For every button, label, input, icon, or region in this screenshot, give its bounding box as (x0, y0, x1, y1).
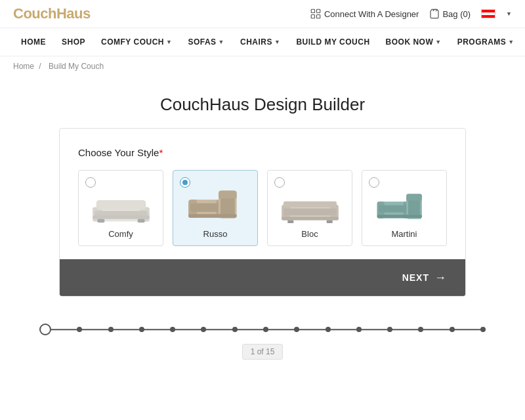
page-title: CouchHaus Design Builder (0, 76, 525, 128)
sofa-svg-martini (373, 191, 436, 224)
nav-item-chairs[interactable]: CHAIRS ▼ (232, 28, 288, 56)
chairs-chevron: ▼ (274, 39, 280, 45)
sofa-image-martini (371, 188, 437, 224)
label-bloc: Bloc (301, 229, 318, 239)
sofa-image-bloc (277, 188, 343, 224)
bag-label: Bag (0) (442, 9, 471, 19)
nav-item-programs[interactable]: PROGRAMS ▼ (450, 28, 522, 56)
progress-dot-15[interactable] (480, 327, 486, 332)
radio-bloc[interactable] (274, 177, 285, 188)
progress-dots (39, 324, 486, 335)
progress-dot-11[interactable] (356, 327, 362, 332)
svg-rect-0 (311, 9, 314, 12)
nav-item-book-now[interactable]: BOOK NOW ▼ (378, 28, 450, 56)
svg-rect-3 (316, 15, 320, 18)
connect-icon (310, 8, 322, 20)
builder-card: Choose Your Style* (59, 128, 466, 297)
svg-rect-10 (96, 200, 146, 209)
builder-body: Choose Your Style* (60, 129, 465, 259)
logo-haus: Haus (56, 5, 91, 22)
programs-chevron: ▼ (508, 39, 514, 45)
svg-rect-1 (316, 9, 320, 12)
progress-dot-3[interactable] (108, 327, 114, 332)
svg-rect-26 (284, 201, 337, 207)
progress-dot-2[interactable] (77, 327, 82, 332)
sofa-svg-russo (184, 188, 247, 224)
radio-russo[interactable] (180, 177, 190, 188)
progress-section: 1 of 15 (0, 297, 525, 373)
logo[interactable]: CouchHaus (13, 5, 91, 22)
breadcrumb: Home / Build My Couch (0, 56, 525, 76)
sofas-chevron: ▼ (219, 39, 224, 45)
label-comfy: Comfy (108, 229, 133, 239)
svg-rect-21 (188, 214, 236, 218)
nav-item-shop[interactable]: SHOP (54, 28, 93, 56)
progress-dot-14[interactable] (450, 327, 455, 332)
radio-comfy[interactable] (85, 177, 96, 188)
progress-dot-9[interactable] (294, 327, 299, 332)
svg-rect-12 (97, 219, 104, 222)
sofa-image-comfy (88, 188, 154, 224)
breadcrumb-separator: / (39, 62, 41, 71)
bag-icon (429, 9, 440, 19)
svg-rect-37 (377, 215, 421, 218)
book-now-chevron: ▼ (435, 39, 441, 45)
progress-dot-13[interactable] (418, 327, 423, 332)
progress-label: 1 of 15 (242, 344, 284, 360)
svg-rect-36 (408, 201, 419, 215)
sofa-image-russo (182, 188, 248, 224)
label-russo: Russo (203, 229, 228, 239)
nav-item-home[interactable]: HOME (13, 28, 54, 56)
style-option-bloc[interactable]: Bloc (267, 170, 352, 246)
style-option-russo[interactable]: Russo (173, 170, 258, 246)
comfy-couch-chevron: ▼ (166, 39, 172, 45)
svg-rect-20 (220, 199, 234, 216)
bag-button[interactable]: Bag (0) (429, 9, 471, 19)
svg-rect-35 (406, 194, 422, 201)
next-bar: NEXT → (60, 259, 465, 296)
header-top: CouchHaus Connect With A Designer Bag (0… (0, 0, 525, 28)
svg-rect-25 (284, 209, 337, 216)
progress-dot-10[interactable] (326, 327, 331, 332)
svg-rect-29 (326, 220, 332, 224)
progress-dot-8[interactable] (263, 327, 268, 332)
style-options: Comfy (78, 170, 447, 246)
svg-rect-27 (282, 217, 338, 220)
progress-dot-6[interactable] (201, 327, 206, 332)
next-arrow-icon: → (434, 271, 447, 285)
progress-dot-1[interactable] (39, 324, 51, 335)
progress-dot-5[interactable] (170, 327, 175, 332)
progress-dot-12[interactable] (387, 327, 392, 332)
svg-rect-2 (311, 15, 314, 18)
flag-dropdown-icon[interactable]: ▼ (506, 10, 512, 17)
nav-item-contact[interactable]: CONTACT (522, 28, 525, 56)
svg-rect-11 (93, 215, 149, 219)
svg-rect-19 (219, 191, 237, 200)
section-title: Choose Your Style* (78, 147, 447, 158)
logo-couch: Couch (13, 5, 56, 22)
nav-item-comfy-couch[interactable]: COMFY COUCH ▼ (93, 28, 180, 56)
nav-item-build-my-couch[interactable]: BUILD MY COUCH (288, 28, 377, 56)
main-nav: HOME SHOP COMFY COUCH ▼ SOFAS ▼ CHAIRS ▼… (0, 28, 525, 56)
svg-rect-33 (379, 205, 408, 213)
style-option-comfy[interactable]: Comfy (78, 170, 163, 246)
connect-designer-button[interactable]: Connect With A Designer (310, 8, 419, 20)
progress-dot-7[interactable] (232, 327, 238, 332)
progress-track (39, 323, 486, 336)
progress-dot-4[interactable] (139, 327, 144, 332)
svg-rect-13 (137, 219, 144, 222)
next-button[interactable]: NEXT → (402, 271, 447, 285)
breadcrumb-current: Build My Couch (49, 62, 104, 71)
required-marker: * (159, 147, 163, 158)
nav-item-sofas[interactable]: SOFAS ▼ (180, 28, 232, 56)
header-right: Connect With A Designer Bag (0) ▼ (310, 8, 512, 20)
svg-rect-28 (287, 220, 293, 224)
flag-icon[interactable] (481, 9, 495, 18)
breadcrumb-home[interactable]: Home (13, 62, 34, 71)
label-martini: Martini (391, 229, 417, 239)
radio-martini[interactable] (369, 177, 379, 188)
sofa-svg-comfy (90, 194, 152, 224)
svg-rect-17 (190, 203, 223, 212)
style-option-martini[interactable]: Martini (362, 170, 447, 246)
connect-label: Connect With A Designer (324, 9, 419, 19)
